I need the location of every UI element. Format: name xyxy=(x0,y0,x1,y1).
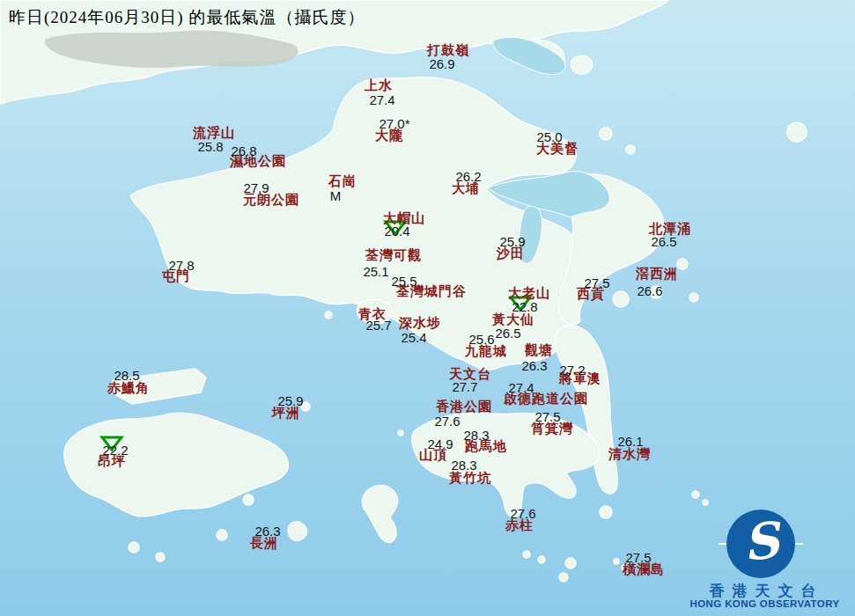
station-temp-label: 26.8 xyxy=(231,143,256,158)
station-temp-label: 25.9 xyxy=(499,234,525,249)
station-temp-label: 25.6 xyxy=(468,332,494,347)
station-temp-label: 20.4 xyxy=(384,224,409,238)
station-temp-label: 25.9 xyxy=(277,393,303,408)
station-temp-label: 28.3 xyxy=(463,428,489,443)
station-temp-label: 25.5 xyxy=(391,274,416,289)
station-temp-label: 25.1 xyxy=(363,264,388,279)
weather-map-screen: 昨日(2024年06月30日) 的最低氣溫（攝氏度） 26.9打鼓嶺27.4上水… xyxy=(0,0,855,616)
station-temp-label: 27.6 xyxy=(434,414,460,429)
station-temp-label: 22.8 xyxy=(512,299,537,314)
station-temp-label: 26.6 xyxy=(637,283,662,298)
station-temp-label: 22.2 xyxy=(102,443,128,458)
station-temp-label: 25.8 xyxy=(197,139,223,154)
page-title: 昨日(2024年06月30日) 的最低氣溫（攝氏度） xyxy=(9,6,365,29)
station-temp-label: 26.3 xyxy=(521,358,547,373)
station-name-label: 觀塘 xyxy=(525,342,553,359)
station-temp-label: 26.5 xyxy=(651,234,676,249)
logo-english-name: HONG KONG OBSERVATORY xyxy=(674,598,855,609)
station-temp-label: 27.4 xyxy=(369,92,394,107)
hko-logo-icon: S xyxy=(726,510,795,578)
station-temp-label: 26.2 xyxy=(455,169,481,184)
station-temp-label: 25.4 xyxy=(401,330,426,345)
station-temp-label: 25.7 xyxy=(365,318,391,333)
station-temp-label: 27.7 xyxy=(452,379,477,394)
station-temp-label: 25.0 xyxy=(536,129,562,144)
station-name-label: 荃灣可觀 xyxy=(365,247,422,264)
hko-logo: S 香港天文台 HONG KONG OBSERVATORY xyxy=(674,503,855,616)
station-temp-label: 27.0* xyxy=(379,116,409,131)
station-temp-label: 26.9 xyxy=(429,56,454,71)
station-temp-label: 27.2 xyxy=(559,363,585,378)
station-temp-label: 28.5 xyxy=(114,368,139,383)
station-temp-label: 24.9 xyxy=(427,436,453,451)
station-temp-label: 26.3 xyxy=(254,524,280,539)
station-temp-label: 27.6 xyxy=(510,506,535,521)
station-name-label: 滘西洲 xyxy=(636,266,678,282)
station-temp-label: 27.5 xyxy=(584,275,609,290)
station-temp-label: 27.8 xyxy=(168,258,194,273)
station-temp-label: 27.9 xyxy=(243,180,269,195)
station-temp-label: 26.5 xyxy=(495,326,520,341)
station-temp-label: 27.5 xyxy=(625,550,651,565)
station-temp-label: 26.1 xyxy=(617,434,643,449)
station-temp-label: 28.3 xyxy=(451,458,476,473)
station-temp-label: 27.5 xyxy=(534,409,560,424)
logo-monogram: S xyxy=(740,510,781,572)
station-temp-label: 27.4 xyxy=(508,380,534,395)
station-temp-label: M xyxy=(330,188,342,203)
